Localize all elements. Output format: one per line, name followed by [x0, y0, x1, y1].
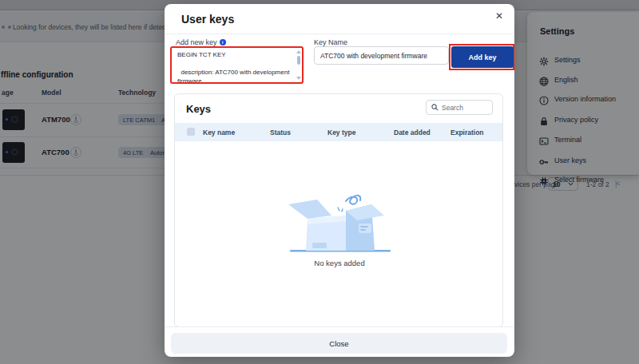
- select-all-checkbox[interactable]: [187, 128, 195, 136]
- add-new-key-label-text: Add new key: [176, 38, 217, 46]
- modal-header: User keys ✕: [165, 4, 514, 34]
- col-date-added: Date added: [394, 129, 431, 136]
- empty-state-text: No keys added: [175, 259, 504, 267]
- add-key-annotation: Add key: [449, 44, 514, 70]
- search-box: [426, 100, 493, 115]
- keys-panel: Keys Key name Status Key type Date added…: [174, 93, 503, 327]
- col-expiration: Expiration: [450, 129, 484, 136]
- textarea-scrollbar[interactable]: [295, 48, 302, 82]
- info-icon[interactable]: i: [220, 39, 226, 46]
- scrollbar-thumb[interactable]: [297, 56, 300, 65]
- close-button[interactable]: Close: [171, 333, 507, 354]
- empty-box-illustration: [276, 184, 403, 255]
- keys-panel-title: Keys: [186, 103, 211, 115]
- keys-table-header: Key name Status Key type Date added Expi…: [175, 123, 502, 141]
- key-name-label: Key Name: [314, 38, 347, 46]
- col-key-name: Key name: [203, 129, 235, 136]
- search-icon: [431, 104, 439, 111]
- screen: Looking for devices, they will be listed…: [0, 0, 639, 364]
- col-key-type: Key type: [327, 129, 355, 136]
- scroll-up-icon[interactable]: [296, 50, 301, 53]
- user-keys-modal: User keys ✕ Add new key i Key Name BEGIN…: [165, 4, 514, 357]
- col-status: Status: [270, 129, 291, 136]
- close-icon[interactable]: ✕: [495, 11, 503, 21]
- modal-footer: Close: [165, 326, 514, 357]
- key-textarea-annotated: BEGIN TCT KEY description: ATC700 with d…: [170, 46, 304, 84]
- add-new-key-label: Add new key i: [176, 38, 226, 46]
- search-input[interactable]: [442, 104, 486, 112]
- add-key-button[interactable]: Add key: [451, 46, 514, 68]
- key-name-input[interactable]: [314, 46, 449, 65]
- modal-title: User keys: [181, 13, 234, 26]
- scroll-down-icon[interactable]: [296, 77, 301, 80]
- key-textarea[interactable]: BEGIN TCT KEY description: ATC700 with d…: [172, 48, 295, 82]
